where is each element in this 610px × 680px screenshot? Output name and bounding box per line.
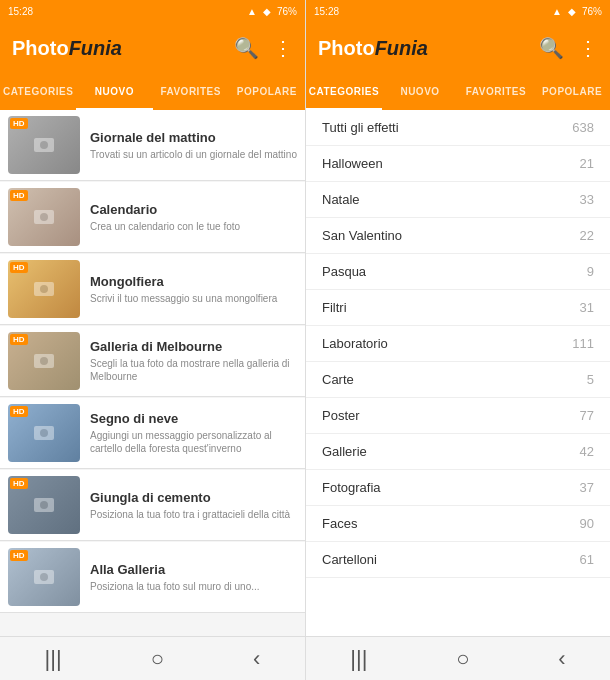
logo-funia: Funia — [69, 37, 122, 59]
category-name: Carte — [322, 372, 354, 387]
item-description: Posiziona la tua foto sul muro di uno... — [90, 580, 297, 593]
list-item[interactable]: HD Alla Galleria Posiziona la tua foto s… — [0, 542, 305, 613]
right-nav-menu-icon[interactable]: ||| — [350, 646, 367, 672]
item-description: Scrivi il tuo messaggio su una mongolfie… — [90, 292, 297, 305]
category-item[interactable]: San Valentino 22 — [306, 218, 610, 254]
category-item[interactable]: Cartelloni 61 — [306, 542, 610, 578]
category-count: 9 — [587, 264, 594, 279]
right-more-icon[interactable]: ⋮ — [578, 36, 598, 60]
item-description: Trovati su un articolo di un giornale de… — [90, 148, 297, 161]
svg-point-13 — [40, 573, 48, 581]
nav-menu-icon[interactable]: ||| — [45, 646, 62, 672]
item-title: Calendario — [90, 202, 297, 217]
tab-categories[interactable]: CATEGORIES — [0, 74, 76, 110]
item-title: Alla Galleria — [90, 562, 297, 577]
tab-favorites[interactable]: FAVORITES — [153, 74, 229, 110]
item-text-block: Alla Galleria Posiziona la tua foto sul … — [80, 562, 297, 593]
logo-photo: Photo — [12, 37, 69, 59]
item-title: Segno di neve — [90, 411, 297, 426]
item-description: Crea un calendario con le tue foto — [90, 220, 297, 233]
right-tab-favorites[interactable]: FAVORITES — [458, 74, 534, 110]
item-thumbnail: HD — [8, 548, 80, 606]
category-item[interactable]: Halloween 21 — [306, 146, 610, 182]
right-panel: 15:28 ▲ ◆ 76% PhotoFunia 🔍 ⋮ CATEGORIES … — [305, 0, 610, 680]
right-bottom-nav: ||| ○ ‹ — [306, 636, 610, 680]
right-top-section: 15:28 ▲ ◆ 76% PhotoFunia 🔍 ⋮ CATEGORIES … — [306, 0, 610, 110]
item-thumbnail: HD — [8, 188, 80, 246]
category-name: Laboratorio — [322, 336, 388, 351]
left-signal-icon: ▲ — [247, 6, 257, 17]
category-item[interactable]: Tutti gli effetti 638 — [306, 110, 610, 146]
item-title: Giornale del mattino — [90, 130, 297, 145]
tab-popolare[interactable]: POPOLARE — [229, 74, 305, 110]
tab-nuovo[interactable]: NUOVO — [76, 74, 152, 110]
category-name: Gallerie — [322, 444, 367, 459]
svg-point-9 — [40, 429, 48, 437]
category-name: Tutti gli effetti — [322, 120, 399, 135]
right-tab-popolare[interactable]: POPOLARE — [534, 74, 610, 110]
category-count: 638 — [572, 120, 594, 135]
category-item[interactable]: Gallerie 42 — [306, 434, 610, 470]
left-status-time: 15:28 — [8, 6, 33, 17]
category-name: Filtri — [322, 300, 347, 315]
category-item[interactable]: Faces 90 — [306, 506, 610, 542]
right-tabs: CATEGORIES NUOVO FAVORITES POPOLARE — [306, 74, 610, 110]
search-icon[interactable]: 🔍 — [234, 36, 259, 60]
right-signal-icon: ▲ — [552, 6, 562, 17]
svg-point-1 — [40, 141, 48, 149]
item-text-block: Galleria di Melbourne Scegli la tua foto… — [80, 339, 297, 383]
list-item[interactable]: HD Mongolfiera Scrivi il tuo messaggio s… — [0, 254, 305, 325]
category-item[interactable]: Laboratorio 111 — [306, 326, 610, 362]
left-panel: 15:28 ▲ ◆ 76% PhotoFunia 🔍 ⋮ CATEGORIES … — [0, 0, 305, 680]
category-item[interactable]: Fotografia 37 — [306, 470, 610, 506]
item-description: Posiziona la tua foto tra i grattacieli … — [90, 508, 297, 521]
category-item[interactable]: Carte 5 — [306, 362, 610, 398]
item-title: Mongolfiera — [90, 274, 297, 289]
item-description: Scegli la tua foto da mostrare nella gal… — [90, 357, 297, 383]
list-item[interactable]: HD Giungla di cemento Posiziona la tua f… — [0, 470, 305, 541]
left-top-section: 15:28 ▲ ◆ 76% PhotoFunia 🔍 ⋮ CATEGORIES … — [0, 0, 305, 110]
right-nav-back-icon[interactable]: ‹ — [558, 646, 565, 672]
nav-home-icon[interactable]: ○ — [151, 646, 164, 672]
category-name: Natale — [322, 192, 360, 207]
item-thumbnail: HD — [8, 476, 80, 534]
category-name: Fotografia — [322, 480, 381, 495]
category-name: Poster — [322, 408, 360, 423]
category-item[interactable]: Pasqua 9 — [306, 254, 610, 290]
more-icon[interactable]: ⋮ — [273, 36, 293, 60]
left-logo: PhotoFunia — [12, 37, 122, 60]
right-wifi-icon: ◆ — [568, 6, 576, 17]
category-item[interactable]: Natale 33 — [306, 182, 610, 218]
list-item[interactable]: HD Calendario Crea un calendario con le … — [0, 182, 305, 253]
right-logo: PhotoFunia — [318, 37, 428, 60]
item-text-block: Giornale del mattino Trovati su un artic… — [80, 130, 297, 161]
nav-back-icon[interactable]: ‹ — [253, 646, 260, 672]
right-header: PhotoFunia 🔍 ⋮ — [306, 22, 610, 74]
category-item[interactable]: Filtri 31 — [306, 290, 610, 326]
category-count: 77 — [580, 408, 594, 423]
item-text-block: Segno di neve Aggiungi un messaggio pers… — [80, 411, 297, 455]
list-item[interactable]: HD Segno di neve Aggiungi un messaggio p… — [0, 398, 305, 469]
left-content-list: HD Giornale del mattino Trovati su un ar… — [0, 110, 305, 636]
category-count: 5 — [587, 372, 594, 387]
category-item[interactable]: Poster 77 — [306, 398, 610, 434]
category-count: 31 — [580, 300, 594, 315]
item-thumbnail: HD — [8, 260, 80, 318]
right-header-icons: 🔍 ⋮ — [539, 36, 598, 60]
right-tab-categories[interactable]: CATEGORIES — [306, 74, 382, 110]
right-search-icon[interactable]: 🔍 — [539, 36, 564, 60]
category-count: 90 — [580, 516, 594, 531]
category-name: Cartelloni — [322, 552, 377, 567]
svg-point-5 — [40, 285, 48, 293]
list-item[interactable]: HD Galleria di Melbourne Scegli la tua f… — [0, 326, 305, 397]
left-tabs: CATEGORIES NUOVO FAVORITES POPOLARE — [0, 74, 305, 110]
list-item[interactable]: HD Giornale del mattino Trovati su un ar… — [0, 110, 305, 181]
svg-point-7 — [40, 357, 48, 365]
right-tab-nuovo[interactable]: NUOVO — [382, 74, 458, 110]
item-text-block: Giungla di cemento Posiziona la tua foto… — [80, 490, 297, 521]
category-name: Halloween — [322, 156, 383, 171]
item-text-block: Calendario Crea un calendario con le tue… — [80, 202, 297, 233]
category-count: 33 — [580, 192, 594, 207]
svg-point-11 — [40, 501, 48, 509]
right-nav-home-icon[interactable]: ○ — [456, 646, 469, 672]
